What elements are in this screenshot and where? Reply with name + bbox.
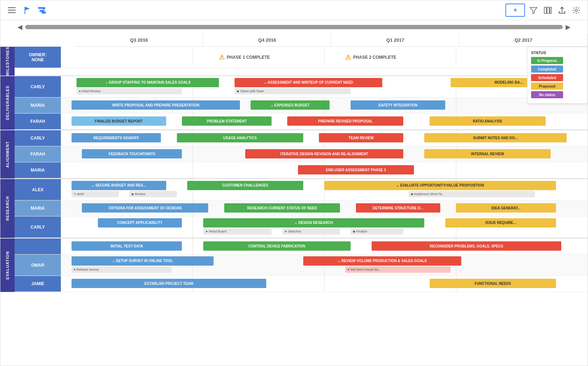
bar-safety-integration[interactable]: SAFETY INTEGRATION: [351, 100, 445, 110]
milestones-bars: ⚠ PHASE 1 COMPLETE ⚠ PHASE 2 COMPLETE: [61, 49, 588, 65]
flag-icon[interactable]: [22, 5, 33, 16]
bar-setup-survey[interactable]: ⌄ SETUP SURVEY IN ONLINE TOOL: [72, 256, 214, 266]
status-badge-scheduled: Scheduled: [531, 74, 563, 81]
alignment-label: ALIGNMENT: [0, 130, 15, 178]
bar-team-review[interactable]: TEAM REVIEW: [319, 133, 403, 142]
bar-control-device[interactable]: CONTROL DEVICE FABRICATION: [203, 241, 351, 251]
bar-requirements-signoff[interactable]: REQUIREMENTS SIGNOFF: [72, 133, 161, 142]
bar-finalize-budget[interactable]: FINALIZE BUDGET REPORT: [72, 116, 166, 126]
alignment-section: ALIGNMENT CARLY REQUIREMENTS SIGNOFF USA…: [0, 130, 588, 179]
scroll-left-arrow[interactable]: ◀: [15, 23, 25, 31]
subbar-sketches: ➤ Sketches: [282, 228, 340, 235]
svg-marker-9: [530, 7, 537, 14]
milestone-phase1: ⚠ PHASE 1 COMPLETE: [219, 53, 270, 61]
quarter-q3-2016: Q3 2016: [75, 34, 203, 46]
bar-evaluate-opportunity[interactable]: ⌄ EVALUATE OPPORTUNITY/VALUE PROPOSITION: [324, 181, 556, 190]
owner-none: OWNER:NONE: [15, 47, 61, 68]
columns-icon[interactable]: [542, 5, 553, 16]
subbar-share-team: ◆ Share with Team: [235, 88, 351, 94]
svg-rect-8: [42, 12, 46, 14]
scroll-right-arrow[interactable]: ▶: [563, 23, 573, 31]
evaluation-jamie-row: JAMIE ESTABLISH PROJECT TEAM FUNCTIONAL …: [15, 276, 588, 292]
bar-determine-structure[interactable]: DETERMINE STRUCTURE O...: [356, 203, 440, 213]
svg-rect-10: [544, 7, 546, 14]
add-button[interactable]: +: [505, 4, 525, 17]
bar-customer-challenges[interactable]: CUSTOMER CHALLENGES: [187, 181, 303, 190]
timeline-scrollbar[interactable]: ◀ ▶: [0, 20, 588, 34]
bar-write-proposal[interactable]: WRITE PROPOSAL AND PREPARE PRESENTATION: [72, 100, 240, 110]
bar-establish-project[interactable]: ESTABLISH PROJECT TEAM: [72, 279, 267, 288]
bar-expenses-budget[interactable]: ⌄ EXPENSES BUDGET: [251, 100, 330, 110]
alignment-carly-row: CARLY REQUIREMENTS SIGNOFF USAGE ANALYTI…: [15, 130, 588, 146]
status-item-scheduled: Scheduled: [531, 74, 584, 81]
export-icon[interactable]: [556, 5, 568, 16]
subbar-mood-board: ➤ Mood Board: [203, 228, 272, 235]
carly-research-bars: CONCEPT APPLICABILITY ⌄ DESIGN RESEARCH …: [61, 217, 588, 237]
bar-assessment-writeup[interactable]: ⌄ ASSESSMENT AND WRITEUP OF CURRENT NEED: [235, 78, 382, 87]
bar-reconsider-problems[interactable]: RECONSIDER PROBLEMS, GOALS, SPECS: [372, 241, 561, 251]
subbar-finalize: ◆ Finalize: [351, 228, 403, 235]
bar-concept-applicability[interactable]: CONCEPT APPLICABILITY: [98, 218, 182, 228]
farah-deliverables-bars: FINALIZE BUDGET REPORT PROBLEM STATEMENT…: [61, 114, 588, 129]
settings-icon[interactable]: [571, 5, 582, 16]
scrollbar-track[interactable]: [25, 25, 563, 29]
alex-research-bars: ⌄ SECURE BUDGET AND RES... ✎ Brief ◆ Rev…: [61, 179, 588, 200]
svg-rect-12: [550, 7, 551, 14]
bar-prepare-revised[interactable]: PREPARE REVISED PROPOSAL: [287, 116, 403, 126]
bar-secure-budget[interactable]: ⌄ SECURE BUDGET AND RES...: [72, 181, 166, 190]
bar-review-volume[interactable]: ⌄ REVIEW VOLUME PRODUCTION & SALES GOALS: [303, 256, 461, 266]
bar-submit-notes[interactable]: SUBMIT NOTES AND DO...: [424, 133, 567, 142]
filter-icon[interactable]: [528, 5, 539, 16]
owner-farah-1: FARAH: [15, 114, 61, 129]
owner-maria-1: MARIA: [15, 98, 61, 113]
carly-deliverables-bars: ⌄ GROUP STAFFING TO MAINTAIN SALES GOALS…: [61, 77, 588, 97]
owner-alex: ALEX: [15, 179, 61, 200]
bar-research-current[interactable]: RESEARCH CURRENT STATUS OF NEED: [224, 203, 340, 213]
bar-functional-needs[interactable]: FUNCTIONAL NEEDS: [430, 279, 556, 288]
bar-end-user-assessment[interactable]: END-USER ASSESSMENT PHASE 3: [298, 165, 414, 174]
bar-usage-analytics[interactable]: USAGE ANALYTICS: [177, 133, 303, 142]
owner-maria-2: MARIA: [15, 162, 61, 178]
subbar-implement-short: ◆ Implement Short-Te...: [409, 191, 535, 197]
bar-group-staffing[interactable]: ⌄ GROUP STAFFING TO MAINTAIN SALES GOALS: [77, 78, 219, 87]
bar-internal-review[interactable]: INTERNAL REVIEW: [424, 149, 551, 158]
bar-initial-test-data[interactable]: INITIAL TEST DATA: [72, 241, 182, 251]
evaluation-rows: INITIAL TEST DATA CONTROL DEVICE FABRICA…: [15, 239, 588, 292]
research-maria-row: MARIA CRITERIA FOR ASSESSMENT OF DESIGNS…: [15, 200, 588, 216]
deliverables-section: DELIVERABLES CARLY ⌄ GROUP STAFFING TO M…: [0, 76, 588, 130]
bar-idea-generat[interactable]: IDEA GENERAT...: [456, 203, 556, 213]
deliverables-rows: CARLY ⌄ GROUP STAFFING TO MAINTAIN SALES…: [15, 76, 588, 130]
jamie-evaluation-bars: ESTABLISH PROJECT TEAM FUNCTIONAL NEEDS: [61, 276, 588, 292]
bar-issue-require[interactable]: ISSUE REQUIRE...: [445, 218, 556, 228]
milestone-1-icon: ⚠: [219, 53, 225, 61]
svg-rect-1: [8, 10, 16, 11]
subbar-brief: ✎ Brief: [72, 191, 119, 197]
status-badge-in-progress: In Progress: [531, 57, 563, 64]
list-icon[interactable]: [6, 5, 17, 16]
alignment-maria-row: MARIA END-USER ASSESSMENT PHASE 3: [15, 162, 588, 178]
milestones-rows: OWNER:NONE ⚠ PHASE 1 COMPLETE ⚠: [15, 47, 588, 75]
owner-jamie: JAMIE: [15, 276, 61, 292]
bar-iterative-design[interactable]: ITERATIVE DESIGN REVISION AND RE-ALIGNME…: [245, 149, 403, 158]
research-carly-row: CARLY CONCEPT APPLICABILITY ⌄ DESIGN RES…: [15, 216, 588, 238]
research-section: RESEARCH ALEX ⌄ SECURE BUDGET AND RES...…: [0, 179, 588, 239]
scrollbar-thumb[interactable]: [25, 25, 563, 29]
quarter-q2-2017: Q2 2017: [460, 34, 588, 46]
gantt-icon[interactable]: [37, 5, 49, 16]
evaluation-label: EVALUATION: [0, 239, 15, 292]
bar-ratio-analysis[interactable]: RATIO ANALYSIS: [430, 116, 546, 126]
owner-carly-3: CARLY: [15, 216, 61, 237]
deliverables-farah-row: FARAH FINALIZE BUDGET REPORT PROBLEM STA…: [15, 114, 588, 130]
bar-criteria-assessment[interactable]: CRITERIA FOR ASSESSMENT OF DESIGNS: [82, 203, 208, 213]
evaluation-nolabel-bars: INITIAL TEST DATA CONTROL DEVICE FABRICA…: [61, 239, 588, 254]
bar-problem-statement[interactable]: PROBLEM STATEMENT: [182, 116, 272, 126]
status-badge-no-status: No status: [531, 91, 563, 98]
research-label: RESEARCH: [0, 179, 15, 238]
status-badge-completed: Completed: [531, 66, 563, 73]
svg-rect-7: [40, 10, 44, 12]
status-item-proposed: Proposed: [531, 83, 584, 90]
maria-deliverables-bars: WRITE PROPOSAL AND PREPARE PRESENTATION …: [61, 98, 588, 113]
owner-farah-2: FARAH: [15, 146, 61, 162]
bar-design-research[interactable]: ⌄ DESIGN RESEARCH: [203, 218, 425, 228]
bar-feedback-touchpoints[interactable]: FEEDBACK TOUCHPOINTS: [82, 149, 182, 158]
